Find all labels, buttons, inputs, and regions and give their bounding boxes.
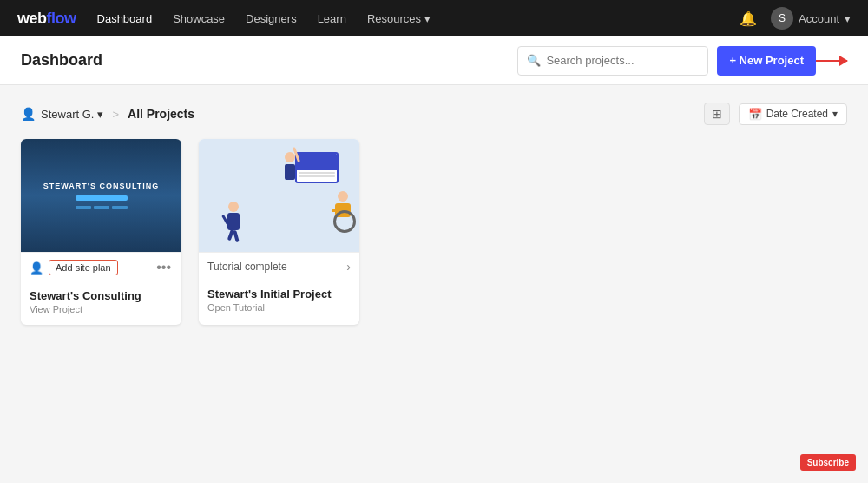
screen-line-1 [299,172,335,174]
search-input[interactable] [546,54,699,67]
consulting-project-info: Stewart's Consulting View Project [21,282,181,325]
new-project-button[interactable]: + New Project [717,46,816,76]
owner-filter[interactable]: Stewart G. ▾ [41,108,103,121]
calendar-icon: 📅 [748,108,762,121]
breadcrumb-separator: > [112,108,119,121]
nav-right: 🔔 S Account ▾ [740,7,851,30]
view-toggle-button[interactable]: ⊞ [704,103,730,125]
header-bar: Dashboard 🔍 + New Project [0,36,868,85]
search-icon: 🔍 [527,54,541,67]
nav-designers[interactable]: Designers [246,12,297,25]
filter-bar: 👤 Stewart G. ▾ > All Projects ⊞ 📅 Date C… [21,103,847,125]
all-projects-label: All Projects [128,107,194,121]
account-label: Account [799,12,839,25]
owner-label: Stewart G. [41,108,94,121]
sort-label: Date Created [766,108,828,120]
page-title: Dashboard [21,51,102,69]
raise-head [285,152,295,162]
tutorial-status-label: Tutorial complete [207,261,287,273]
run-arm [221,215,229,225]
nav-showcase[interactable]: Showcase [173,12,225,25]
consulting-sm-bar-1 [76,206,91,209]
projects-grid: STEWART'S CONSULTING 👤 Add site plan ••• [21,139,847,325]
sort-chevron-icon: ▾ [832,108,838,120]
account-chevron-icon: ▾ [845,12,851,25]
bell-icon[interactable]: 🔔 [740,10,757,27]
wheel-head [338,191,348,202]
raise-body [285,164,295,180]
filter-right: ⊞ 📅 Date Created ▾ [704,103,847,125]
sort-button[interactable]: 📅 Date Created ▾ [739,103,847,125]
nav-learn[interactable]: Learn [318,12,346,25]
more-options-button-consulting[interactable]: ••• [155,260,173,275]
search-box: 🔍 [517,46,708,76]
consulting-thumb-bar [76,195,128,201]
owner-chevron-icon: ▾ [97,108,103,121]
brand-accent: flow [47,10,76,27]
nav-resources[interactable]: Resources ▾ [367,12,431,25]
tutorial-chevron-icon: › [346,260,351,274]
project-thumbnail-consulting[interactable]: STEWART'S CONSULTING [21,139,181,252]
person-run-graphic [227,213,240,230]
arrow-indicator [816,60,847,62]
tutorial-project-name: Stewart's Initial Project [207,288,351,301]
site-plan-icon: 👤 [30,261,43,275]
screen-lines [297,170,337,181]
consulting-sm-bar-2 [94,206,109,209]
run-head [228,202,239,212]
consulting-card-footer: 👤 Add site plan ••• [21,252,181,282]
header-actions: 🔍 + New Project [517,46,847,76]
tutorial-project-info: Stewart's Initial Project Open Tutorial [199,281,359,323]
consulting-thumb-visual: STEWART'S CONSULTING [21,139,181,252]
screen-line-2 [299,175,335,177]
consulting-thumb-small-bars [76,206,128,209]
run-leg-2 [233,230,239,243]
tutorial-illustration [219,148,340,243]
main-content: 👤 Stewart G. ▾ > All Projects ⊞ 📅 Date C… [0,85,868,342]
tutorial-project-sub[interactable]: Open Tutorial [207,302,351,313]
project-thumbnail-tutorial[interactable] [199,139,359,252]
arrow-annotation: + New Project [717,46,847,76]
consulting-project-name: Stewart's Consulting [30,289,173,302]
chevron-down-icon: ▾ [424,12,431,25]
account-menu[interactable]: S Account ▾ [771,7,851,30]
tutorial-card-footer[interactable]: Tutorial complete › [199,252,359,281]
consulting-project-sub[interactable]: View Project [30,304,173,314]
person-raise-graphic [285,152,295,180]
navbar: webflow Dashboard Showcase Designers Lea… [0,0,868,36]
project-card-consulting: STEWART'S CONSULTING 👤 Add site plan ••• [21,139,181,325]
add-site-plan-button[interactable]: Add site plan [49,260,118,275]
filter-left: 👤 Stewart G. ▾ > All Projects [21,107,194,121]
brand-logo[interactable]: webflow [17,10,76,28]
screen-content [297,154,337,170]
nav-dashboard[interactable]: Dashboard [97,12,153,25]
avatar: S [771,7,793,30]
consulting-thumb-title: STEWART'S CONSULTING [43,182,159,190]
user-icon: 👤 [21,107,36,121]
tutorial-thumb-visual [199,139,359,252]
monitor-graphic [295,152,339,183]
project-card-tutorial: Tutorial complete › Stewart's Initial Pr… [199,139,359,325]
consulting-sm-bar-3 [112,206,128,209]
wheelchair-wheel [333,210,356,233]
consulting-footer-left: 👤 Add site plan [30,260,118,275]
run-body [227,213,240,230]
